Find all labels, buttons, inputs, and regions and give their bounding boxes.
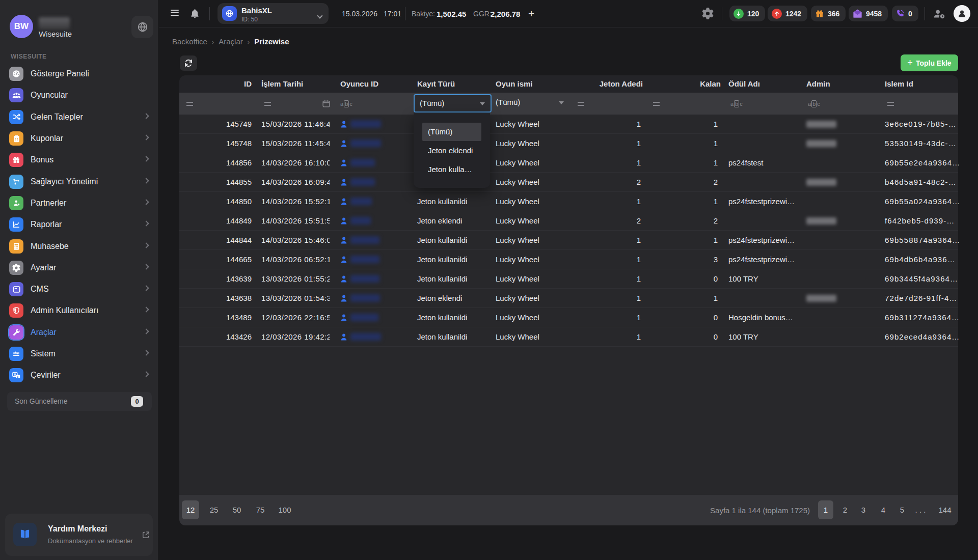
svg-text:A: A	[14, 373, 16, 376]
svg-text:z: z	[17, 375, 18, 378]
